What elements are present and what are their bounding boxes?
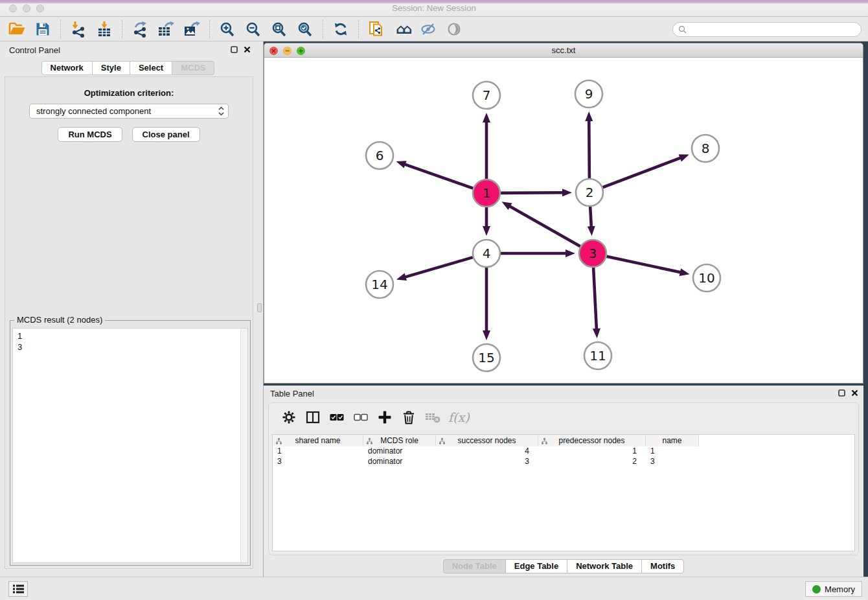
task-history-button[interactable]	[8, 581, 28, 597]
graph-edge-1-6[interactable]	[404, 164, 473, 189]
cell-MCDS-role[interactable]: dominator	[363, 446, 436, 457]
close-panel-icon[interactable]	[244, 46, 251, 53]
toolbar-separator	[358, 20, 359, 38]
cell-predecessor-nodes[interactable]: 2	[538, 457, 646, 467]
minimize-window-button[interactable]	[23, 5, 30, 12]
trash-icon	[402, 410, 415, 424]
main-toolbar: ⌂⌂	[0, 17, 868, 41]
export-image-button[interactable]	[179, 19, 205, 40]
import-table-icon	[97, 21, 112, 38]
float-panel-icon[interactable]	[231, 46, 238, 53]
zoom-fit-button[interactable]	[266, 19, 292, 40]
graph-edge-2-9[interactable]	[589, 119, 589, 178]
workspace-desktop: scc.txt 7968124314101511 Table Panel	[264, 41, 868, 577]
network-window-titlebar[interactable]: scc.txt	[264, 43, 863, 58]
split-table-button[interactable]	[301, 407, 325, 428]
memory-button[interactable]: Memory	[805, 581, 862, 597]
table-row[interactable]: 1dominator411	[273, 446, 854, 457]
graph-edge-1-2[interactable]	[501, 192, 564, 193]
cell-shared-name[interactable]: 1	[273, 446, 363, 457]
search-input[interactable]	[672, 22, 862, 37]
criterion-select[interactable]: strongly connected component	[29, 104, 229, 119]
table-row[interactable]: 3dominator323	[273, 457, 854, 467]
network-view-window: scc.txt 7968124314101511	[264, 43, 863, 384]
close-panel-button[interactable]: Close panel	[132, 127, 200, 142]
table-panel: Table Panel	[264, 386, 863, 577]
toolbar-separator	[323, 20, 323, 38]
export-table-button[interactable]	[153, 19, 179, 40]
splitter-handle[interactable]	[257, 303, 262, 312]
cell-shared-name[interactable]: 3	[273, 457, 363, 467]
unselect-all-columns-button[interactable]	[348, 407, 372, 428]
zoom-window-button[interactable]	[36, 5, 44, 12]
delete-table-button[interactable]	[420, 407, 444, 428]
cell-successor-nodes[interactable]: 3	[436, 457, 538, 467]
table-settings-button[interactable]	[277, 407, 301, 428]
tab-motifs[interactable]: Motifs	[641, 559, 684, 573]
cell-name[interactable]: 1	[646, 446, 699, 457]
cell-name[interactable]: 3	[646, 457, 699, 467]
delete-column-button[interactable]	[396, 407, 420, 428]
import-table-button[interactable]	[91, 19, 117, 40]
apply-function-button[interactable]: f(x)	[444, 407, 474, 428]
tab-style[interactable]: Style	[92, 61, 130, 75]
column-header-predecessor-nodes[interactable]: predecessor nodes	[538, 435, 646, 446]
column-header-MCDS-role[interactable]: MCDS role	[363, 435, 436, 446]
zoom-in-button[interactable]	[214, 19, 240, 40]
zoom-selected-icon	[297, 21, 313, 37]
duplicate-network-button[interactable]	[363, 19, 389, 40]
cell-successor-nodes[interactable]: 4	[436, 446, 538, 457]
close-window-button[interactable]	[9, 5, 17, 12]
minimize-network-button[interactable]	[283, 47, 291, 55]
graph-edge-2-3[interactable]	[590, 207, 591, 228]
float-table-panel-icon[interactable]	[838, 389, 845, 397]
zoom-out-button[interactable]	[240, 19, 266, 40]
close-network-button[interactable]	[269, 47, 278, 55]
traffic-lights	[9, 5, 44, 12]
panel-splitter[interactable]	[256, 41, 264, 577]
graph-edge-4-14[interactable]	[404, 257, 472, 277]
tab-edge-table[interactable]: Edge Table	[505, 559, 567, 573]
status-bar: Memory	[0, 577, 868, 600]
table-header-row: shared nameMCDS rolesuccessor nodesprede…	[273, 435, 854, 446]
close-table-panel-icon[interactable]	[851, 389, 858, 397]
graph-edge-3-10[interactable]	[607, 257, 682, 273]
hide-selected-button[interactable]	[415, 19, 441, 40]
zoom-selected-button[interactable]	[292, 19, 318, 40]
import-network-button[interactable]	[65, 19, 91, 40]
select-all-columns-button[interactable]	[325, 407, 348, 428]
run-mcds-button[interactable]: Run MCDS	[58, 127, 122, 142]
export-network-button[interactable]	[127, 19, 153, 40]
first-neighbors-button[interactable]: ⌂⌂	[389, 19, 415, 40]
network-canvas[interactable]: 7968124314101511	[264, 58, 863, 383]
open-session-button[interactable]	[4, 19, 30, 40]
graph-edge-arrowhead	[396, 273, 407, 281]
network-graph[interactable]: 7968124314101511	[264, 58, 863, 383]
graph-edge-2-8[interactable]	[603, 157, 682, 187]
toolbar-separator	[122, 20, 122, 38]
graph-edge-3-1[interactable]	[508, 205, 580, 246]
mcds-result-label: MCDS result (2 nodes)	[14, 315, 105, 325]
column-header-name[interactable]: name	[646, 435, 699, 446]
add-column-button[interactable]	[372, 407, 396, 428]
graph-edge-arrowhead	[501, 202, 512, 210]
cell-MCDS-role[interactable]: dominator	[363, 457, 436, 467]
tab-mcds[interactable]: MCDS	[172, 61, 214, 75]
zoom-network-button[interactable]	[297, 47, 305, 55]
column-header-successor-nodes[interactable]: successor nodes	[436, 435, 538, 446]
graph-edge-3-11[interactable]	[593, 268, 597, 330]
graph-edge-arrowhead	[396, 161, 406, 168]
show-all-button[interactable]	[441, 19, 467, 40]
tab-network[interactable]: Network	[41, 61, 93, 75]
cell-predecessor-nodes[interactable]: 1	[538, 446, 646, 457]
mcds-result-textarea[interactable]: 13	[12, 328, 248, 563]
result-scrollbar[interactable]	[240, 329, 247, 562]
tab-select[interactable]: Select	[130, 61, 172, 75]
tab-node-table[interactable]: Node Table	[443, 559, 506, 573]
column-header-filler	[699, 435, 854, 446]
refresh-layout-button[interactable]	[328, 19, 354, 40]
tab-network-table[interactable]: Network Table	[567, 559, 642, 573]
memory-label: Memory	[825, 584, 855, 594]
save-session-button[interactable]	[30, 19, 56, 40]
column-header-shared-name[interactable]: shared name	[273, 435, 363, 446]
